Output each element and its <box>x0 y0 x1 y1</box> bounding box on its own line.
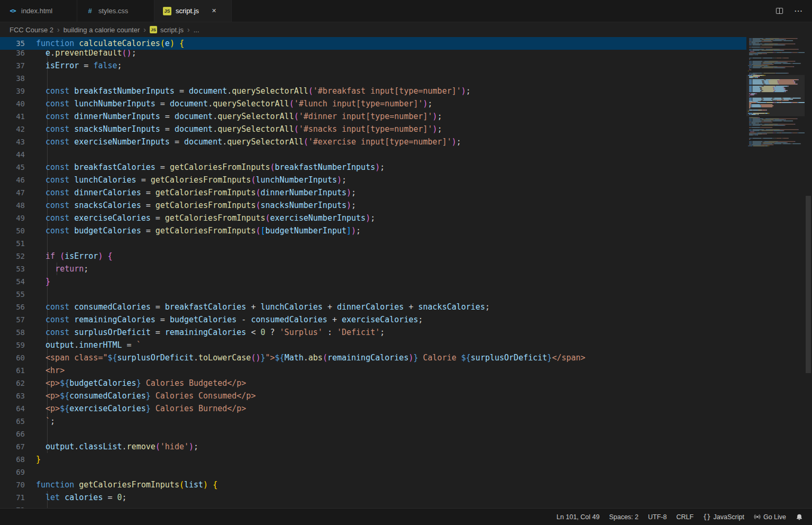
code-text[interactable]: if (isError) { <box>36 250 743 262</box>
code-text[interactable]: function calculateCalories(e) { <box>36 37 746 50</box>
code-line[interactable]: 35function calculateCalories(e) { <box>0 37 746 50</box>
code-line[interactable]: 53 return; <box>0 262 743 275</box>
code-line[interactable]: 47 const dinnerCalories = getCaloriesFro… <box>0 186 743 199</box>
line-number[interactable]: 70 <box>0 478 36 491</box>
line-number[interactable]: 66 <box>0 428 36 440</box>
code-text[interactable]: const snacksNumberInputs = document.quer… <box>36 123 743 135</box>
tab-styles.css[interactable]: #styles.css <box>77 0 154 22</box>
cursor-position[interactable]: Ln 101, Col 49 <box>552 509 604 525</box>
eol[interactable]: CRLF <box>671 509 698 525</box>
line-number[interactable]: 48 <box>0 199 36 212</box>
code-text[interactable]: `; <box>36 415 743 428</box>
code-line[interactable]: 64 <p>${exerciseCalories} Calories Burne… <box>0 402 743 415</box>
code-line[interactable]: 39 const breakfastNumberInputs = documen… <box>0 85 743 97</box>
line-number[interactable]: 63 <box>0 390 36 402</box>
code-line[interactable]: 38 <box>0 72 743 85</box>
code-line[interactable]: 67 output.classList.remove('hide'); <box>0 440 743 453</box>
line-number[interactable]: 49 <box>0 212 36 224</box>
code-line[interactable]: 41 const dinnerNumberInputs = document.q… <box>0 110 743 123</box>
line-number[interactable]: 57 <box>0 313 36 326</box>
code-text[interactable]: const lunchNumberInputs = document.query… <box>36 97 743 110</box>
line-number[interactable]: 64 <box>0 402 36 415</box>
encoding[interactable]: UTF-8 <box>643 509 671 525</box>
code-line[interactable]: 40 const lunchNumberInputs = document.qu… <box>0 97 743 110</box>
line-number[interactable]: 41 <box>0 110 36 123</box>
line-number[interactable]: 51 <box>0 237 36 250</box>
line-number[interactable]: 44 <box>0 148 36 161</box>
line-number[interactable]: 59 <box>0 339 36 351</box>
code-text[interactable] <box>36 148 743 161</box>
code-line[interactable]: 66 <box>0 428 743 440</box>
code-text[interactable]: function getCaloriesFromInputs(list) { <box>36 478 743 491</box>
indentation[interactable]: Spaces: 2 <box>604 509 643 525</box>
code-text[interactable]: <p>${consumedCalories} Calories Consumed… <box>36 390 743 402</box>
breadcrumb-item[interactable]: FCC Course 2 <box>10 26 53 34</box>
code-text[interactable]: <hr> <box>36 364 743 377</box>
code-line[interactable]: 71 let calories = 0; <box>0 491 743 504</box>
code-line[interactable]: 46 const lunchCalories = getCaloriesFrom… <box>0 174 743 186</box>
code-line[interactable]: 51 <box>0 237 743 250</box>
line-number[interactable]: 65 <box>0 415 36 428</box>
code-text[interactable]: const dinnerNumberInputs = document.quer… <box>36 110 743 123</box>
line-number[interactable]: 55 <box>0 288 36 301</box>
code-text[interactable] <box>36 466 743 478</box>
minimap[interactable] <box>746 38 805 508</box>
code-line[interactable]: 45 const breakfastCalories = getCalories… <box>0 161 743 174</box>
code-text[interactable] <box>36 237 743 250</box>
code-text[interactable] <box>36 72 743 85</box>
editor[interactable]: 36 e.preventDefault();37 isError = false… <box>0 37 812 508</box>
line-number[interactable]: 53 <box>0 262 36 275</box>
code-line[interactable]: 56 const consumedCalories = breakfastCal… <box>0 301 743 313</box>
code-line[interactable]: 69 <box>0 466 743 478</box>
code-text[interactable]: <span class="${surplusOrDeficit.toLowerC… <box>36 351 743 364</box>
line-number[interactable]: 39 <box>0 85 36 97</box>
line-number[interactable]: 42 <box>0 123 36 135</box>
breadcrumb-item[interactable]: building a calorie counter <box>63 26 140 34</box>
line-number[interactable]: 67 <box>0 440 36 453</box>
code-line[interactable]: 72 <box>0 504 743 508</box>
tab-index.html[interactable]: <>index.html <box>0 0 77 22</box>
breadcrumb-item[interactable]: JSscript.js <box>150 26 184 34</box>
line-number[interactable]: 35 <box>0 37 36 50</box>
more-actions-icon[interactable]: ⋯ <box>793 6 804 16</box>
code-text[interactable]: return; <box>36 262 743 275</box>
code-text[interactable] <box>36 428 743 440</box>
line-number[interactable]: 72 <box>0 504 36 508</box>
line-number[interactable]: 47 <box>0 186 36 199</box>
line-number[interactable]: 54 <box>0 275 36 288</box>
code-line[interactable]: 50 const budgetCalories = getCaloriesFro… <box>0 224 743 237</box>
close-icon[interactable]: ✕ <box>209 7 218 15</box>
tab-script.js[interactable]: JSscript.js✕ <box>154 0 232 22</box>
code-line[interactable]: 63 <p>${consumedCalories} Calories Consu… <box>0 390 743 402</box>
code-line[interactable]: 48 const snacksCalories = getCaloriesFro… <box>0 199 743 212</box>
code-text[interactable]: const lunchCalories = getCaloriesFromInp… <box>36 174 743 186</box>
code-text[interactable]: <p>${exerciseCalories} Calories Burned</… <box>36 402 743 415</box>
sticky-scroll-line[interactable]: 35function calculateCalories(e) { <box>0 37 746 50</box>
code-text[interactable]: <p>${budgetCalories} Calories Budgeted</… <box>36 377 743 390</box>
code-line[interactable]: 49 const exerciseCalories = getCaloriesF… <box>0 212 743 224</box>
line-number[interactable]: 68 <box>0 453 36 466</box>
code-line[interactable]: 61 <hr> <box>0 364 743 377</box>
code-text[interactable]: const consumedCalories = breakfastCalori… <box>36 301 743 313</box>
line-number[interactable]: 69 <box>0 466 36 478</box>
code-text[interactable]: let calories = 0; <box>36 491 743 504</box>
code-text[interactable]: const snacksCalories = getCaloriesFromIn… <box>36 199 743 212</box>
line-number[interactable]: 61 <box>0 364 36 377</box>
scrollbar-thumb[interactable] <box>806 196 811 373</box>
breadcrumb-item[interactable]: ... <box>194 26 199 34</box>
code-text[interactable]: const dinnerCalories = getCaloriesFromIn… <box>36 186 743 199</box>
code-text[interactable]: isError = false; <box>36 59 743 72</box>
line-number[interactable]: 38 <box>0 72 36 85</box>
code-line[interactable]: 68} <box>0 453 743 466</box>
notifications[interactable] <box>791 509 808 525</box>
code-text[interactable] <box>36 288 743 301</box>
code-text[interactable]: const remainingCalories = budgetCalories… <box>36 313 743 326</box>
code-line[interactable]: 62 <p>${budgetCalories} Calories Budgete… <box>0 377 743 390</box>
line-number[interactable]: 60 <box>0 351 36 364</box>
code-line[interactable]: 60 <span class="${surplusOrDeficit.toLow… <box>0 351 743 364</box>
code-line[interactable]: 70function getCaloriesFromInputs(list) { <box>0 478 743 491</box>
line-number[interactable]: 43 <box>0 135 36 148</box>
line-number[interactable]: 46 <box>0 174 36 186</box>
line-number[interactable]: 71 <box>0 491 36 504</box>
scrollbar[interactable] <box>805 37 812 508</box>
